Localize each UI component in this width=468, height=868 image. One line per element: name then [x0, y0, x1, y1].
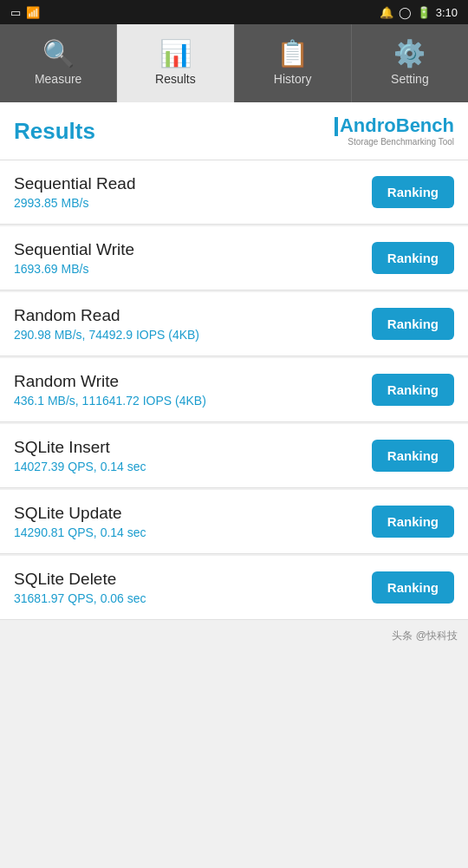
history-icon: 📋 — [276, 41, 309, 67]
brand-subtitle: Storage Benchmarking Tool — [335, 137, 454, 147]
result-value: 14027.39 QPS, 0.14 sec — [14, 460, 361, 473]
tab-setting-label: Setting — [391, 72, 429, 86]
result-item: Random Write 436.1 MB/s, 111641.72 IOPS … — [0, 358, 468, 422]
battery-icon: 🔋 — [417, 6, 431, 19]
result-name: Sequential Write — [14, 240, 361, 259]
brand-name: AndroBench — [335, 114, 454, 137]
page-header: Results AndroBench Storage Benchmarking … — [0, 102, 468, 160]
measure-icon: 🔍 — [42, 41, 75, 67]
wifi-icon: 📶 — [26, 6, 40, 19]
footer-watermark: 头条 @快科技 — [0, 622, 468, 650]
result-info: Sequential Read 2993.85 MB/s — [14, 174, 361, 210]
result-value: 436.1 MB/s, 111641.72 IOPS (4KB) — [14, 394, 361, 408]
brand-logo: AndroBench Storage Benchmarking Tool — [335, 114, 454, 147]
tab-results-label: Results — [155, 72, 196, 86]
ranking-button[interactable]: Ranking — [372, 308, 454, 340]
result-name: Sequential Read — [14, 174, 361, 193]
result-item: SQLite Insert 14027.39 QPS, 0.14 sec Ran… — [0, 424, 468, 488]
result-info: Random Read 290.98 MB/s, 74492.9 IOPS (4… — [14, 306, 361, 342]
page-title: Results — [14, 118, 95, 145]
status-right: 🔔 ◯ 🔋 3:10 — [380, 6, 458, 19]
result-name: SQLite Update — [14, 504, 361, 523]
result-name: SQLite Delete — [14, 570, 361, 589]
result-item: SQLite Update 14290.81 QPS, 0.14 sec Ran… — [0, 490, 468, 554]
result-info: Sequential Write 1693.69 MB/s — [14, 240, 361, 276]
brand-name2: Bench — [396, 114, 454, 136]
result-value: 31681.97 QPS, 0.06 sec — [14, 591, 361, 605]
phone-icon: ▭ — [10, 6, 21, 19]
result-value: 14290.81 QPS, 0.14 sec — [14, 525, 361, 539]
result-name: SQLite Insert — [14, 438, 361, 457]
result-info: SQLite Insert 14027.39 QPS, 0.14 sec — [14, 438, 361, 473]
status-left: ▭ 📶 — [10, 6, 40, 19]
circle-icon: ◯ — [399, 6, 412, 19]
result-value: 2993.85 MB/s — [14, 196, 361, 210]
result-value: 1693.69 MB/s — [14, 262, 361, 276]
result-name: Random Read — [14, 306, 361, 325]
tab-setting[interactable]: ⚙️ Setting — [352, 24, 468, 102]
nav-tabs: 🔍 Measure 📊 Results 📋 History ⚙️ Setting — [0, 24, 468, 102]
result-name: Random Write — [14, 372, 361, 391]
bell-icon: 🔔 — [380, 6, 393, 19]
ranking-button[interactable]: Ranking — [372, 440, 454, 472]
tab-measure[interactable]: 🔍 Measure — [0, 24, 117, 102]
ranking-button[interactable]: Ranking — [372, 374, 454, 406]
results-icon: 📊 — [159, 41, 192, 67]
brand-accent — [335, 117, 338, 136]
result-info: SQLite Delete 31681.97 QPS, 0.06 sec — [14, 570, 361, 605]
result-value: 290.98 MB/s, 74492.9 IOPS (4KB) — [14, 328, 361, 342]
ranking-button[interactable]: Ranking — [372, 506, 454, 538]
result-info: Random Write 436.1 MB/s, 111641.72 IOPS … — [14, 372, 361, 408]
result-item: Random Read 290.98 MB/s, 74492.9 IOPS (4… — [0, 292, 468, 356]
tab-results[interactable]: 📊 Results — [117, 24, 234, 102]
result-item: Sequential Write 1693.69 MB/s Ranking — [0, 226, 468, 290]
setting-icon: ⚙️ — [393, 41, 426, 67]
result-item: Sequential Read 2993.85 MB/s Ranking — [0, 160, 468, 225]
ranking-button[interactable]: Ranking — [372, 176, 454, 208]
tab-history[interactable]: 📋 History — [235, 24, 352, 102]
ranking-button[interactable]: Ranking — [372, 571, 454, 604]
time-display: 3:10 — [436, 6, 458, 19]
ranking-button[interactable]: Ranking — [372, 242, 454, 274]
result-item: SQLite Delete 31681.97 QPS, 0.06 sec Ran… — [0, 556, 468, 620]
result-info: SQLite Update 14290.81 QPS, 0.14 sec — [14, 504, 361, 539]
status-bar: ▭ 📶 🔔 ◯ 🔋 3:10 — [0, 0, 468, 24]
brand-name1: Andro — [340, 114, 396, 136]
results-list: Sequential Read 2993.85 MB/s Ranking Seq… — [0, 160, 468, 620]
tab-measure-label: Measure — [35, 72, 81, 86]
tab-history-label: History — [274, 72, 312, 86]
